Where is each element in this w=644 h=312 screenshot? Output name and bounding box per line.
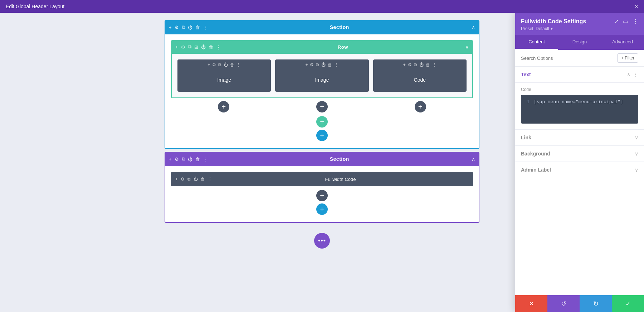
code-area: Code 1 [spp-menu name="menu-principal"] [515,83,644,129]
close-icon[interactable]: × [634,3,638,10]
m1-gear-icon[interactable]: ⚙ [212,62,216,67]
panel-dots-icon[interactable]: ⋮ [633,18,638,25]
power-icon[interactable]: ⏻ [188,25,192,30]
row-1-chevron[interactable]: ∧ [465,44,469,50]
add-module-2-button[interactable]: + [316,101,328,112]
s2-copy-icon[interactable]: ⧉ [182,156,185,162]
add-fullwidth-button[interactable]: + [316,190,328,201]
accordion-text-chevron[interactable]: ∧ [627,72,630,77]
undo-button[interactable]: ↺ [547,295,580,312]
panel-preset[interactable]: Preset: Default ▾ [521,26,638,31]
fw-dots-icon[interactable]: ⋮ [208,177,212,182]
m2-trash-icon[interactable]: 🗑 [328,62,332,67]
fw-add-icon[interactable]: + [175,177,178,182]
section-2-toolbar: + ⚙ ⧉ ⏻ 🗑 ⋮ [169,156,208,162]
m2-add-icon[interactable]: + [305,62,308,67]
row-dots-icon[interactable]: ⋮ [216,44,221,50]
m2-gear-icon[interactable]: ⚙ [310,62,314,67]
m3-gear-icon[interactable]: ⚙ [408,62,412,67]
s2-power-icon[interactable]: ⏻ [188,157,192,162]
gear-icon[interactable]: ⚙ [175,25,179,30]
tab-content[interactable]: Content [515,35,558,50]
accordion-link-chevron[interactable]: ∨ [635,135,638,140]
save-button[interactable]: ✓ [612,295,644,312]
code-line-number: 1 [525,100,530,105]
m3-add-icon[interactable]: + [403,62,406,67]
row-grid-icon[interactable]: ⊞ [194,44,198,50]
search-input[interactable] [521,56,614,61]
m3-dots-icon[interactable]: ⋮ [432,62,436,67]
m1-dots-icon[interactable]: ⋮ [236,62,241,67]
fw-trash-icon[interactable]: 🗑 [201,177,205,182]
panel-preset-arrow: ▾ [551,26,553,31]
add-section-button[interactable]: + [316,130,328,141]
trash-icon[interactable]: 🗑 [195,25,200,30]
fullwidth-bar-toolbar: + ⚙ ⧉ ⏻ 🗑 ⋮ [175,177,212,182]
m3-trash-icon[interactable]: 🗑 [426,62,430,67]
tab-advanced[interactable]: Advanced [601,35,644,50]
fw-copy-icon[interactable]: ⧉ [187,177,191,182]
filter-button[interactable]: + Filter [617,53,638,63]
m2-dots-icon[interactable]: ⋮ [334,62,338,67]
row-gear-icon[interactable]: ⚙ [181,44,185,50]
accordion-admin-label-title: Admin Label [521,167,551,173]
m3-copy-icon[interactable]: ⧉ [414,62,417,67]
m1-power-icon[interactable]: ⏻ [224,62,228,67]
panel-header-icons: ⤢ ▭ ⋮ [614,18,638,25]
redo-button[interactable]: ↻ [580,295,612,312]
module-3-toolbar: + ⚙ ⧉ ⏻ 🗑 ⋮ [403,62,436,67]
row-1-label: Row [221,44,465,50]
row-add-icon[interactable]: + [175,44,178,50]
s2-add-icon[interactable]: + [169,157,172,162]
add-section2-btn-section: + [171,203,473,216]
accordion-background-header[interactable]: Background ∨ [515,146,644,162]
panel-expand-icon[interactable]: ⤢ [614,18,619,25]
accordion-background-chevron[interactable]: ∨ [635,151,638,157]
row-copy-icon[interactable]: ⧉ [188,44,191,50]
three-dots-button[interactable]: ••• [314,233,330,249]
m2-copy-icon[interactable]: ⧉ [316,62,319,67]
module-image-1: + ⚙ ⧉ ⏻ 🗑 ⋮ Image [177,59,271,92]
panel-header: Fullwidth Code Settings ⤢ ▭ ⋮ Preset: De… [515,13,644,35]
m2-power-icon[interactable]: ⏻ [321,62,326,67]
section-1-toolbar: + ⚙ ⧉ ⏻ 🗑 ⋮ [169,24,208,30]
add-fw-button-section: + [171,186,473,203]
fw-power-icon[interactable]: ⏻ [194,177,198,182]
accordion-admin-label: Admin Label ∨ [515,162,644,178]
accordion-link-header[interactable]: Link ∨ [515,130,644,145]
section-2-chevron[interactable]: ∧ [472,156,475,162]
copy-icon[interactable]: ⧉ [182,24,185,30]
module-code-1: + ⚙ ⧉ ⏻ 🗑 ⋮ Code [373,59,467,92]
accordion-admin-chevron[interactable]: ∨ [635,167,638,173]
add-icon[interactable]: + [169,25,172,30]
section-1-label: Section [208,24,472,30]
canvas-content: + ⚙ ⧉ ⏻ 🗑 ⋮ Section ∧ + ⚙ [165,20,479,312]
s2-gear-icon[interactable]: ⚙ [175,157,179,162]
section-1-header: + ⚙ ⧉ ⏻ 🗑 ⋮ Section ∧ [165,20,479,34]
row-power-icon[interactable]: ⏻ [201,44,206,50]
add-row-section: + [171,112,473,129]
fw-gear-icon[interactable]: ⚙ [181,177,185,182]
dots-icon[interactable]: ⋮ [203,25,208,30]
accordion-text-dots[interactable]: ⋮ [633,72,638,77]
panel-columns-icon[interactable]: ▭ [623,18,628,25]
accordion-text-header[interactable]: Text ∧ ⋮ [515,67,644,83]
add-row-button[interactable]: + [316,116,328,128]
add-section-2-button[interactable]: + [316,203,328,215]
add-module-3-button[interactable]: + [415,101,426,112]
code-editor[interactable]: 1 [spp-menu name="menu-principal"] [521,95,638,124]
m1-copy-icon[interactable]: ⧉ [218,62,221,67]
tab-design[interactable]: Design [558,35,601,50]
section-1-chevron[interactable]: ∧ [472,24,475,30]
add-module-1-button[interactable]: + [218,101,229,112]
cancel-button[interactable]: ✕ [515,295,547,312]
m1-trash-icon[interactable]: 🗑 [230,62,234,67]
m1-add-icon[interactable]: + [208,62,210,67]
accordion-admin-label-header[interactable]: Admin Label ∨ [515,162,644,178]
s2-trash-icon[interactable]: 🗑 [195,157,200,162]
m3-power-icon[interactable]: ⏻ [419,62,424,67]
row-trash-icon[interactable]: 🗑 [209,44,213,50]
section-2-body: + ⚙ ⧉ ⏻ 🗑 ⋮ Fullwidth Code + + [165,166,479,223]
accordion-background: Background ∨ [515,146,644,162]
s2-dots-icon[interactable]: ⋮ [203,157,208,162]
